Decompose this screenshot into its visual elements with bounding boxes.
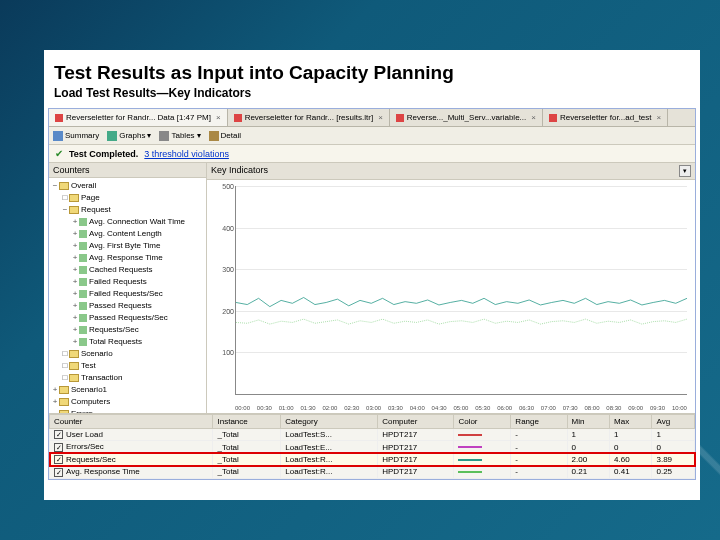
checkbox[interactable]: ✓ <box>54 430 63 439</box>
detail-button[interactable]: Detail <box>209 131 241 141</box>
main-row: Counters −Overall□Page−Request+Avg. Conn… <box>49 163 695 413</box>
tree-item[interactable]: +Total Requests <box>51 336 204 348</box>
graphs-button[interactable]: Graphs▾ <box>107 131 151 141</box>
counter-icon <box>79 218 87 226</box>
tree-item[interactable]: □Transaction <box>51 372 204 384</box>
table-row[interactable]: ✓Errors/Sec_TotalLoadTest:E...HPDT217-00… <box>50 441 695 453</box>
document-tab[interactable]: Reverseletter for Randr... [results.ltr]… <box>228 109 390 126</box>
chevron-down-icon: ▾ <box>147 131 151 140</box>
tables-button[interactable]: Tables▾ <box>159 131 200 141</box>
column-header[interactable]: Min <box>567 415 609 429</box>
tree-item[interactable]: +Requests/Sec <box>51 324 204 336</box>
tree-item[interactable]: −Overall <box>51 180 204 192</box>
tree-item[interactable]: +Computers <box>51 396 204 408</box>
column-header[interactable]: Instance <box>213 415 281 429</box>
x-tick-label: 05:30 <box>475 405 490 411</box>
document-tab[interactable]: Reverseletter for Randr... Data [1:47 PM… <box>49 109 228 126</box>
toggle-icon[interactable]: □ <box>61 348 69 360</box>
close-icon[interactable]: × <box>378 113 383 122</box>
toggle-icon[interactable]: − <box>51 180 59 192</box>
tree-item[interactable]: □Scenario <box>51 348 204 360</box>
toggle-icon[interactable]: + <box>71 300 79 312</box>
counters-sidebar: Counters −Overall□Page−Request+Avg. Conn… <box>49 163 207 413</box>
counter-icon <box>79 242 87 250</box>
document-tab[interactable]: Reverseletter for...ad_test× <box>543 109 668 126</box>
close-icon[interactable]: × <box>657 113 662 122</box>
folder-icon <box>59 410 69 413</box>
tree-item[interactable]: □Test <box>51 360 204 372</box>
tree-label: Passed Requests/Sec <box>89 313 168 322</box>
chart-panel: Key Indicators ▾ 100200300400500 00:0000… <box>207 163 695 413</box>
toggle-icon[interactable]: + <box>71 324 79 336</box>
violations-link[interactable]: 3 threshold violations <box>144 149 229 159</box>
column-header[interactable]: Counter <box>50 415 213 429</box>
chart-plot[interactable]: 100200300400500 00:0000:3001:0001:3002:0… <box>207 180 695 413</box>
summary-button[interactable]: Summary <box>53 131 99 141</box>
toggle-icon[interactable]: + <box>71 252 79 264</box>
table-row[interactable]: ✓Requests/Sec_TotalLoadTest:R...HPDT217-… <box>50 453 695 465</box>
column-header[interactable]: Color <box>454 415 511 429</box>
tree-item[interactable]: +Avg. First Byte Time <box>51 240 204 252</box>
toggle-icon[interactable]: + <box>71 276 79 288</box>
tree-item[interactable]: −Request <box>51 204 204 216</box>
toggle-icon[interactable]: + <box>71 216 79 228</box>
tree-item[interactable]: □Page <box>51 192 204 204</box>
y-tick-label: 200 <box>212 307 234 314</box>
toggle-icon[interactable]: □ <box>61 360 69 372</box>
table-row[interactable]: ✓Avg. Response Time_TotalLoadTest:R...HP… <box>50 466 695 478</box>
tree-item[interactable]: −Errors <box>51 408 204 413</box>
table-row[interactable]: ✓User Load_TotalLoadTest:S...HPDT217-111 <box>50 429 695 441</box>
toggle-icon[interactable]: − <box>51 408 59 413</box>
tree-item[interactable]: +Scenario1 <box>51 384 204 396</box>
toggle-icon[interactable]: + <box>71 312 79 324</box>
toggle-icon[interactable]: + <box>71 228 79 240</box>
tree-item[interactable]: +Avg. Response Time <box>51 252 204 264</box>
document-tab[interactable]: Reverse..._Multi_Serv...variable...× <box>390 109 543 126</box>
chart-dropdown-button[interactable]: ▾ <box>679 165 691 177</box>
toggle-icon[interactable]: − <box>61 204 69 216</box>
toggle-icon[interactable]: + <box>51 396 59 408</box>
cell-color <box>454 441 511 453</box>
toggle-icon[interactable]: + <box>71 288 79 300</box>
toggle-icon[interactable]: + <box>71 240 79 252</box>
y-tick-label: 400 <box>212 224 234 231</box>
tree-item[interactable]: +Cached Requests <box>51 264 204 276</box>
tree-item[interactable]: +Failed Requests <box>51 276 204 288</box>
counters-tree[interactable]: −Overall□Page−Request+Avg. Connection Wa… <box>49 178 206 413</box>
tree-item[interactable]: +Passed Requests/Sec <box>51 312 204 324</box>
tree-label: Test <box>81 361 96 370</box>
column-header[interactable]: Category <box>281 415 378 429</box>
checkbox[interactable]: ✓ <box>54 443 63 452</box>
column-header[interactable]: Computer <box>378 415 454 429</box>
counters-table[interactable]: CounterInstanceCategoryComputerColorRang… <box>49 414 695 479</box>
toggle-icon[interactable]: + <box>71 336 79 348</box>
toggle-icon[interactable]: + <box>51 384 59 396</box>
x-tick-label: 01:30 <box>301 405 316 411</box>
checkbox[interactable]: ✓ <box>54 455 63 464</box>
x-tick-label: 09:00 <box>628 405 643 411</box>
column-header[interactable]: Range <box>511 415 567 429</box>
column-header[interactable]: Max <box>610 415 652 429</box>
toggle-icon[interactable]: □ <box>61 372 69 384</box>
checkbox[interactable]: ✓ <box>54 468 63 477</box>
column-header[interactable]: Avg <box>652 415 695 429</box>
color-swatch <box>458 459 482 461</box>
x-tick-label: 08:30 <box>606 405 621 411</box>
tree-item[interactable]: +Avg. Connection Wait Time <box>51 216 204 228</box>
x-axis: 00:0000:3001:0001:3002:0002:3003:0003:30… <box>235 405 687 411</box>
close-icon[interactable]: × <box>216 113 221 122</box>
tree-item[interactable]: +Failed Requests/Sec <box>51 288 204 300</box>
counter-icon <box>79 314 87 322</box>
y-tick-label: 100 <box>212 349 234 356</box>
cell-color <box>454 429 511 441</box>
toggle-icon[interactable]: + <box>71 264 79 276</box>
tree-item[interactable]: +Passed Requests <box>51 300 204 312</box>
doc-icon <box>55 114 63 122</box>
counter-icon <box>79 326 87 334</box>
x-tick-label: 03:00 <box>366 405 381 411</box>
toggle-icon[interactable]: □ <box>61 192 69 204</box>
x-tick-label: 07:00 <box>541 405 556 411</box>
close-icon[interactable]: × <box>531 113 536 122</box>
tree-item[interactable]: +Avg. Content Length <box>51 228 204 240</box>
folder-icon <box>69 350 79 358</box>
